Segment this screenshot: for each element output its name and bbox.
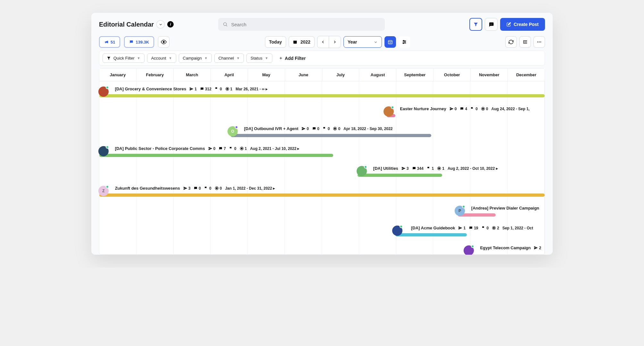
- stat-msg: 312: [200, 87, 211, 91]
- status-dot: [235, 126, 238, 129]
- add-filter-label: Add Filter: [285, 56, 306, 61]
- stat-target: 0: [333, 127, 340, 131]
- row-stats: 0000: [301, 127, 340, 131]
- chevron-down-icon: [159, 22, 163, 27]
- row-label: [DA] Outbound IVR + Agent0000Apr 18, 202…: [244, 126, 393, 131]
- campaign-filter-label: Campaign: [183, 56, 202, 61]
- status-dot: [471, 245, 474, 248]
- svg-point-2: [490, 24, 491, 25]
- svg-point-38: [493, 227, 495, 228]
- next-button[interactable]: [329, 36, 341, 48]
- create-post-button[interactable]: Create Post: [500, 18, 545, 31]
- calendar-view-button[interactable]: 14: [384, 36, 396, 48]
- year-picker[interactable]: 2022: [289, 36, 315, 48]
- refresh-button[interactable]: [505, 36, 517, 48]
- month-header: JanuaryFebruaryMarchAprilMayJuneJulyAugu…: [99, 69, 545, 81]
- stat-send: 2: [534, 246, 541, 250]
- timeline-row[interactable]: [DA] Grocery & Convenience Stores131201M…: [99, 85, 545, 104]
- timeline-row[interactable]: [DA] Acme Guidebook11902Sep 1, 2022 - Oc…: [99, 224, 545, 243]
- row-label: [DA] Acme Guidebook11902Sep 1, 2022 - Oc…: [411, 226, 533, 230]
- timeline-row[interactable]: ZZukunft des Gesundheitswesens3000Jan 1,…: [99, 184, 545, 204]
- search-wrap: [218, 18, 385, 31]
- row-stats: 334411: [401, 166, 444, 171]
- svg-point-14: [405, 42, 406, 43]
- stat-send: 0: [301, 127, 309, 131]
- row-label: [DA] Public Sector - Police Corporate Co…: [115, 146, 300, 151]
- timeline-row[interactable]: P[Andrea] Preview Dialer Campaign: [99, 204, 545, 224]
- search-input[interactable]: [218, 18, 385, 31]
- campaigns-count-chip[interactable]: 51: [99, 36, 120, 48]
- quick-filter-chip[interactable]: Quick Filter ▼: [103, 54, 144, 63]
- status-dot: [364, 165, 367, 169]
- timeline-bar[interactable]: [395, 233, 466, 236]
- row-label: Zukunft des Gesundheitswesens3000Jan 1, …: [115, 186, 275, 191]
- account-filter-chip[interactable]: Account ▼: [147, 54, 176, 63]
- row-title: [DA] Utilities: [373, 166, 398, 171]
- settings-sliders-button[interactable]: [399, 36, 410, 48]
- messages-count-chip[interactable]: 139.3K: [124, 36, 154, 48]
- chevron-down-icon: [374, 40, 378, 44]
- timeline-bar[interactable]: [99, 94, 545, 97]
- message-icon: [129, 40, 134, 44]
- info-icon[interactable]: i: [167, 21, 174, 28]
- indent-button[interactable]: [519, 36, 531, 48]
- row-title: [DA] Acme Guidebook: [411, 226, 455, 230]
- row-stats: 0701: [208, 146, 247, 151]
- chevron-right-icon: [333, 40, 337, 44]
- channel-filter-label: Channel: [219, 56, 234, 61]
- today-label: Today: [269, 39, 282, 45]
- visibility-button[interactable]: [158, 36, 169, 48]
- svg-point-4: [492, 24, 492, 25]
- channel-filter-chip[interactable]: Channel ▼: [214, 54, 244, 63]
- granularity-label: Year: [348, 39, 357, 45]
- granularity-select[interactable]: Year: [343, 36, 382, 48]
- svg-point-3: [491, 24, 491, 25]
- svg-point-5: [163, 41, 165, 43]
- row-dates: Jan 1, 2022 - Dec 31, 2022 ▸: [225, 186, 275, 191]
- timeline-row[interactable]: [DA] Utilities334411Aug 2, 2022 - Oct 10…: [99, 164, 545, 184]
- filter-button[interactable]: [469, 18, 482, 31]
- timeline-row[interactable]: Egypt Telecom Campaign2: [99, 243, 545, 255]
- campaign-filter-chip[interactable]: Campaign ▼: [179, 54, 212, 63]
- prev-button[interactable]: [318, 36, 329, 48]
- filter-bar: Quick Filter ▼ Account ▼ Campaign ▼ Chan…: [99, 51, 545, 66]
- row-title: [DA] Public Sector - Police Corporate Co…: [115, 146, 205, 151]
- timeline: JanuaryFebruaryMarchAprilMayJuneJulyAugu…: [99, 68, 545, 255]
- row-dates: Aug 24, 2022 - Sep 1,: [491, 107, 530, 111]
- svg-point-12: [403, 40, 404, 41]
- header: Editorial Calendar i Create Post: [91, 13, 553, 36]
- header-actions: Create Post: [469, 18, 545, 31]
- stat-flag: 0: [204, 186, 211, 191]
- account-filter-label: Account: [151, 56, 166, 61]
- timeline-bar[interactable]: [358, 174, 442, 177]
- toolbar-right: [505, 36, 545, 48]
- caret-icon: ▼: [169, 56, 172, 60]
- month-header-cell: April: [211, 69, 248, 81]
- status-filter-chip[interactable]: Status ▼: [246, 54, 272, 63]
- svg-rect-7: [293, 41, 297, 41]
- timeline-row[interactable]: Easter Nurture Journey0400Aug 24, 2022 -…: [99, 104, 545, 124]
- edit-icon: [507, 22, 511, 27]
- month-header-cell: October: [433, 69, 471, 81]
- add-filter-button[interactable]: Add Filter: [275, 54, 310, 63]
- timeline-bar[interactable]: [99, 194, 545, 197]
- month-header-cell: August: [359, 69, 396, 81]
- timeline-row[interactable]: [DA] Public Sector - Police Corporate Co…: [99, 144, 545, 164]
- timeline-row[interactable]: O[DA] Outbound IVR + Agent0000Apr 18, 20…: [99, 124, 545, 144]
- timeline-body[interactable]: [DA] Grocery & Convenience Stores131201M…: [99, 81, 545, 254]
- more-button[interactable]: [533, 36, 545, 48]
- comments-button[interactable]: [485, 18, 498, 31]
- row-stats: 131201: [189, 87, 232, 91]
- today-button[interactable]: Today: [265, 36, 286, 48]
- svg-point-16: [403, 43, 404, 44]
- month-header-cell: December: [508, 69, 545, 81]
- timeline-bar[interactable]: [231, 134, 431, 137]
- calendar-day-icon: 14: [388, 39, 393, 45]
- page-title: Editorial Calendar: [99, 21, 154, 28]
- timeline-bar[interactable]: [99, 154, 333, 157]
- search-icon: [223, 22, 228, 27]
- title-dropdown-button[interactable]: [156, 20, 165, 29]
- stat-msg: 7: [219, 146, 226, 151]
- row-label: [Andrea] Preview Dialer Campaign: [471, 206, 539, 210]
- stat-target: 0: [481, 107, 488, 111]
